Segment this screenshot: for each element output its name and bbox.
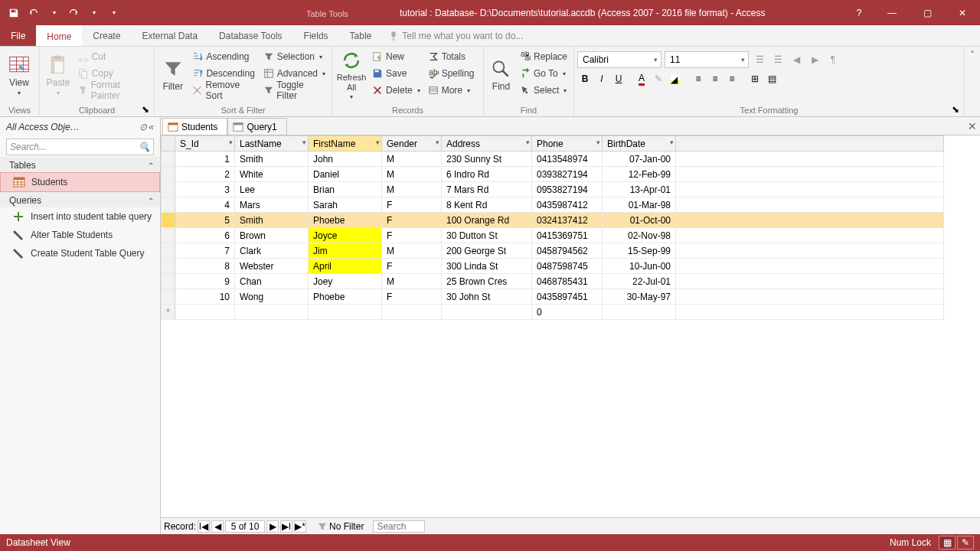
fill-color-button[interactable]: ◢ [668, 71, 683, 86]
cell-lname[interactable]: Chan [235, 274, 309, 289]
tab-external-data[interactable]: External Data [131, 25, 208, 46]
save-icon[interactable] [5, 4, 23, 22]
cell-gender[interactable]: F [382, 213, 442, 228]
prev-record-button[interactable]: ◀ [211, 520, 224, 533]
clipboard-launcher[interactable]: ⬊ [142, 104, 152, 115]
ascending-button[interactable]: Ascending [189, 48, 258, 65]
cell-lname[interactable]: Brown [235, 228, 309, 243]
cell-addr[interactable]: 25 Brown Cres [442, 274, 532, 289]
select-all-rows[interactable] [162, 136, 175, 152]
last-record-button[interactable]: ▶I [280, 520, 292, 533]
row-selector[interactable] [162, 289, 175, 305]
cell-phone[interactable]: 0 [532, 305, 603, 320]
cell-sid[interactable]: 7 [175, 243, 235, 259]
cell-fname[interactable]: Phoebe [309, 289, 382, 305]
cell-phone[interactable]: 0468785431 [532, 274, 603, 289]
first-record-button[interactable]: I◀ [198, 520, 210, 533]
datasheet-grid[interactable]: S_Id▾LastName▾FirstName▾Gender▾Address▾P… [161, 135, 980, 517]
cell-fname[interactable]: John [309, 152, 382, 167]
new-button[interactable]: New [369, 48, 423, 65]
cell-fname[interactable]: Sarah [309, 197, 382, 213]
cell-lname[interactable]: Wong [235, 289, 309, 305]
cell-gender[interactable]: M [382, 167, 442, 182]
cell-addr[interactable]: 6 Indro Rd [442, 167, 532, 182]
cell-phone[interactable]: 0393827194 [532, 167, 603, 182]
minimize-button[interactable]: — [874, 0, 910, 25]
row-selector[interactable] [162, 197, 175, 213]
current-record-input[interactable] [225, 520, 265, 533]
collapse-ribbon-icon[interactable]: ˄ [970, 50, 975, 60]
cell-fname[interactable]: Daniel [309, 167, 382, 182]
redo-icon[interactable] [64, 4, 83, 22]
cell-addr[interactable]: 30 John St [442, 289, 532, 305]
cell-phone[interactable]: 0435897451 [532, 289, 603, 305]
cell-gender[interactable]: M [382, 182, 442, 197]
table-row[interactable]: 3LeeBrianM7 Mars Rd095382719413-Apr-01 [162, 182, 944, 197]
column-header-phone[interactable]: Phone▾ [532, 136, 603, 152]
font-color-button[interactable]: A [634, 71, 649, 86]
gridlines-button[interactable]: ⊞ [747, 71, 763, 86]
cell-bdate[interactable]: 15-Sep-99 [603, 243, 676, 259]
cell-sid[interactable]: 10 [175, 289, 235, 305]
cell-phone[interactable]: 0435987412 [532, 197, 603, 213]
cell-fname[interactable]: Phoebe [309, 213, 382, 228]
nav-collapse-icon[interactable]: « [149, 122, 154, 132]
delete-button[interactable]: Delete▾ [369, 82, 423, 99]
maximize-button[interactable]: ▢ [910, 0, 945, 25]
column-header-gender[interactable]: Gender▾ [382, 136, 442, 152]
nav-section-tables[interactable]: Tables ⌃ [0, 157, 160, 172]
cell-gender[interactable]: F [382, 197, 442, 213]
cell-sid[interactable]: 3 [175, 182, 235, 197]
cell-fname[interactable] [309, 305, 382, 320]
more-button[interactable]: More▾ [425, 82, 478, 99]
text-formatting-launcher[interactable]: ⬊ [952, 104, 962, 115]
cell-bdate[interactable]: 02-Nov-98 [603, 228, 676, 243]
undo-icon[interactable] [24, 4, 43, 22]
row-selector[interactable] [162, 182, 175, 197]
remove-sort-button[interactable]: Remove Sort [189, 82, 258, 99]
help-button[interactable]: ? [844, 0, 874, 25]
tab-home[interactable]: Home [36, 25, 82, 46]
cell-lname[interactable] [235, 305, 309, 320]
cell-fname[interactable]: Joey [309, 274, 382, 289]
align-center-button[interactable]: ≡ [707, 71, 723, 86]
nav-header[interactable]: All Access Obje… ⊙ « [0, 117, 160, 137]
nav-item-alter-query[interactable]: Alter Table Students [0, 226, 160, 244]
row-selector[interactable] [162, 213, 175, 228]
record-search-input[interactable] [373, 520, 425, 533]
cell-sid[interactable]: 9 [175, 274, 235, 289]
redo-dropdown-icon[interactable] [84, 4, 103, 22]
undo-dropdown-icon[interactable] [44, 4, 63, 22]
table-row[interactable]: 9ChanJoeyM25 Brown Cres046878543122-Jul-… [162, 274, 944, 289]
table-row[interactable]: 5SmithPhoebeF100 Orange Rd032413741201-O… [162, 213, 944, 228]
cell-lname[interactable]: Clark [235, 243, 309, 259]
cell-lname[interactable]: Smith [235, 152, 309, 167]
cell-phone[interactable]: 0413548974 [532, 152, 603, 167]
tab-database-tools[interactable]: Database Tools [208, 25, 293, 46]
column-header-lname[interactable]: LastName▾ [235, 136, 309, 152]
cell-sid[interactable]: 6 [175, 228, 235, 243]
cell-phone[interactable]: 0487598745 [532, 259, 603, 274]
doc-tab-query1[interactable]: Query1 [227, 118, 286, 135]
tab-table[interactable]: Table [339, 25, 383, 46]
cell-bdate[interactable] [603, 305, 676, 320]
cell-gender[interactable] [382, 305, 442, 320]
save-record-button[interactable]: Save [369, 65, 423, 82]
search-icon[interactable]: 🔍 [139, 142, 150, 152]
cell-bdate[interactable]: 10-Jun-00 [603, 259, 676, 274]
tell-me-search[interactable]: Tell me what you want to do... [382, 25, 980, 46]
selection-button[interactable]: Selection▾ [260, 48, 328, 65]
new-row[interactable]: *0 [162, 305, 944, 320]
cell-lname[interactable]: Smith [235, 213, 309, 228]
row-selector[interactable] [162, 228, 175, 243]
cell-bdate[interactable]: 01-Oct-00 [603, 213, 676, 228]
nav-search-input[interactable]: Search... 🔍 [6, 139, 154, 155]
align-left-button[interactable]: ≡ [691, 71, 706, 86]
cell-sid[interactable] [175, 305, 235, 320]
cell-addr[interactable]: 100 Orange Rd [442, 213, 532, 228]
cell-gender[interactable]: F [382, 289, 442, 305]
table-row[interactable]: 4MarsSarahF8 Kent Rd043598741201-Mar-98 [162, 197, 944, 213]
new-record-button[interactable]: ▶* [294, 520, 306, 533]
cell-bdate[interactable]: 07-Jan-00 [603, 152, 676, 167]
font-size-select[interactable]: 11 [665, 51, 749, 68]
